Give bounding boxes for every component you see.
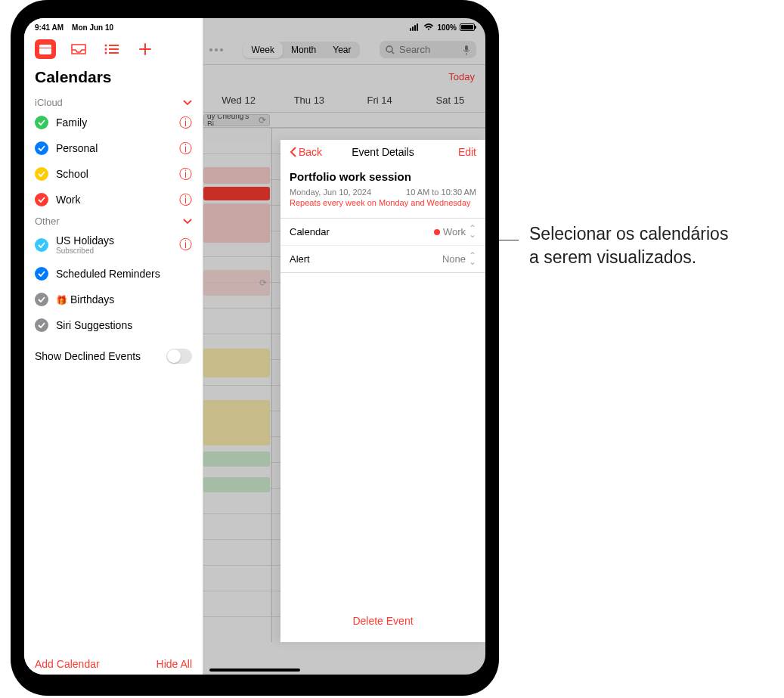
event-block[interactable] <box>203 477 270 492</box>
day-header[interactable]: Wed 12 <box>203 88 274 112</box>
updown-icon: ⌃⌄ <box>469 226 476 237</box>
delete-event-button[interactable]: Delete Event <box>280 600 485 642</box>
sidebar: Calendars iCloud Family ⓘ Personal ⓘ Sc <box>24 18 203 675</box>
day-header[interactable]: Thu 13 <box>274 88 344 112</box>
edit-button[interactable]: Edit <box>458 146 476 158</box>
back-button[interactable]: Back <box>290 146 322 158</box>
svg-rect-4 <box>109 45 119 46</box>
calendar-label: US Holidays <box>56 234 114 247</box>
section-header-other[interactable]: Other <box>24 213 203 228</box>
calendar-sublabel: Subscribed <box>56 247 114 255</box>
view-segmented-control[interactable]: Week Month Year <box>243 42 359 58</box>
inbox-icon[interactable] <box>68 39 89 59</box>
event-block[interactable] <box>203 400 270 445</box>
main-area: Week Month Year Search Today Wed 12 Thu … <box>203 18 485 675</box>
calendar-row-school[interactable]: School ⓘ <box>24 161 203 187</box>
add-calendar-button[interactable]: Add Calendar <box>35 658 100 670</box>
segment-week[interactable]: Week <box>243 42 282 58</box>
event-block[interactable] <box>203 187 270 200</box>
checkmark-icon <box>35 167 48 181</box>
row-value: None ⌃⌄ <box>442 253 476 265</box>
row-label: Calendar <box>290 226 330 237</box>
main-toolbar: Week Month Year Search <box>203 35 485 65</box>
hide-all-button[interactable]: Hide All <box>156 658 192 670</box>
sidebar-footer: Add Calendar Hide All <box>24 647 203 675</box>
calendar-label: Work <box>56 194 80 206</box>
calendar-label: Siri Suggestions <box>56 319 132 331</box>
alert-row[interactable]: Alert None ⌃⌄ <box>280 245 485 272</box>
event-time: 10 AM to 10:30 AM <box>406 188 476 197</box>
checkmark-icon <box>35 116 48 129</box>
wifi-icon <box>423 23 434 31</box>
calendar-label-col: US Holidays Subscribed <box>56 234 114 255</box>
callout-line2: a serem visualizados. <box>529 247 696 267</box>
calendar-icon[interactable] <box>35 39 56 59</box>
status-time: 9:41 AM <box>35 23 64 32</box>
day-header[interactable]: Fri 14 <box>345 88 415 112</box>
detail-body: Portfolio work session Monday, Jun 10, 2… <box>280 164 485 218</box>
calendar-row-reminders[interactable]: Scheduled Reminders <box>24 261 203 287</box>
home-indicator[interactable] <box>209 669 300 672</box>
show-declined-label: Show Declined Events <box>35 350 141 362</box>
show-declined-row: Show Declined Events <box>24 338 203 374</box>
event-title: Portfolio work session <box>290 167 476 183</box>
event-repeats: Repeats every week on Monday and Wednesd… <box>290 197 476 215</box>
week-header: Wed 12 Thu 13 Fri 14 Sat 15 <box>203 88 485 113</box>
search-icon <box>386 45 395 54</box>
status-date: Mon Jun 10 <box>72 23 113 32</box>
svg-point-3 <box>105 45 107 47</box>
event-block[interactable] <box>203 451 270 467</box>
gift-icon: 🎁 <box>56 295 67 306</box>
repeat-icon: ⟳ <box>259 115 266 126</box>
svg-rect-8 <box>109 52 119 54</box>
search-input[interactable]: Search <box>380 41 476 58</box>
screen: 9:41 AM Mon Jun 10 100% <box>24 18 485 675</box>
detail-header: Back Event Details Edit <box>280 140 485 164</box>
event-details-panel: Back Event Details Edit Portfolio work s… <box>280 140 485 642</box>
event-block[interactable] <box>203 203 270 243</box>
detail-section: Calendar Work ⌃⌄ Alert None ⌃⌄ <box>280 218 485 273</box>
info-icon[interactable]: ⓘ <box>179 194 192 206</box>
chevron-down-icon <box>183 100 192 106</box>
event-block[interactable] <box>203 128 270 141</box>
calendar-label: 🎁Birthdays <box>56 293 114 306</box>
show-declined-toggle[interactable] <box>166 349 192 364</box>
allday-row: dy Cheung's Bi… ⟳ <box>203 113 485 128</box>
today-button[interactable]: Today <box>203 65 485 88</box>
svg-rect-1 <box>39 45 51 48</box>
checkmark-icon <box>35 293 48 306</box>
sidebar-title: Calendars <box>24 64 203 94</box>
segment-year[interactable]: Year <box>324 42 359 58</box>
day-header[interactable]: Sat 15 <box>415 88 485 112</box>
calendar-grid[interactable]: ⟳ Back Event Details Edit <box>203 128 485 642</box>
add-icon[interactable] <box>135 39 156 59</box>
info-icon[interactable]: ⓘ <box>179 238 192 251</box>
info-icon[interactable]: ⓘ <box>179 142 192 155</box>
checkmark-icon <box>35 267 48 281</box>
list-icon[interactable] <box>101 39 122 59</box>
svg-point-7 <box>105 52 107 54</box>
event-datetime: Monday, Jun 10, 2024 10 AM to 10:30 AM <box>290 183 476 197</box>
section-header-icloud[interactable]: iCloud <box>24 94 203 110</box>
calendar-row-personal[interactable]: Personal ⓘ <box>24 135 203 161</box>
segment-month[interactable]: Month <box>283 42 324 58</box>
status-right: 100% <box>410 23 475 32</box>
event-block[interactable] <box>203 349 270 377</box>
svg-point-5 <box>105 48 107 51</box>
calendar-assign-row[interactable]: Calendar Work ⌃⌄ <box>280 219 485 245</box>
info-icon[interactable]: ⓘ <box>179 116 192 129</box>
drag-handle-icon[interactable] <box>209 48 223 51</box>
calendar-row-family[interactable]: Family ⓘ <box>24 110 203 135</box>
calendar-row-birthdays[interactable]: 🎁Birthdays <box>24 287 203 312</box>
mic-icon[interactable] <box>463 45 470 55</box>
event-block[interactable]: ⟳ <box>203 270 270 296</box>
event-block[interactable] <box>203 167 270 184</box>
info-icon[interactable]: ⓘ <box>179 168 192 181</box>
calendar-row-us-holidays[interactable]: US Holidays Subscribed ⓘ <box>24 228 203 261</box>
calendar-row-siri[interactable]: Siri Suggestions <box>24 312 203 338</box>
ipad-device-frame: 9:41 AM Mon Jun 10 100% <box>11 0 499 696</box>
event-chip[interactable]: dy Cheung's Bi… ⟳ <box>203 114 270 126</box>
svg-rect-6 <box>109 48 119 50</box>
section-label: iCloud <box>35 97 63 108</box>
calendar-row-work[interactable]: Work ⓘ <box>24 187 203 213</box>
